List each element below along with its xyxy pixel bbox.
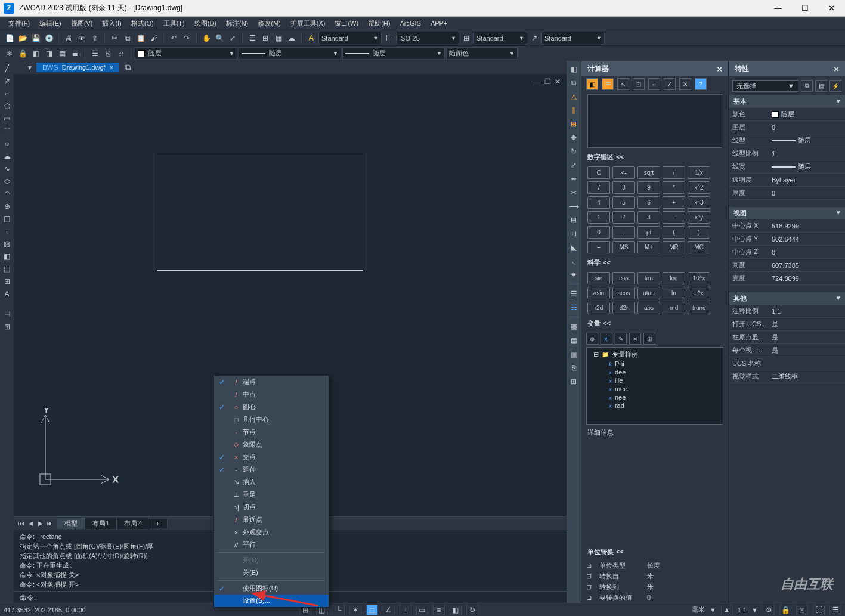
status-otrack-icon[interactable]: ∠ xyxy=(383,605,395,615)
status-clean-icon[interactable]: ⊡ xyxy=(796,605,808,615)
zoom-icon[interactable]: 🔍 xyxy=(213,32,225,44)
point-icon[interactable]: · xyxy=(1,226,13,237)
prop-row[interactable]: 视觉样式二维线框 xyxy=(729,370,845,383)
calc-key-x^y[interactable]: x^y xyxy=(688,211,710,224)
tab-layout1[interactable]: 布局1 xyxy=(85,518,117,529)
pan-icon[interactable]: ✋ xyxy=(200,32,212,44)
tab-dropdown-icon[interactable]: ▼ xyxy=(24,64,35,71)
calc-scikey-r2d[interactable]: r2d xyxy=(587,302,610,314)
var-btn3[interactable]: ✎ xyxy=(615,333,627,345)
props-pick-icon[interactable]: ⧉ xyxy=(801,80,813,92)
prop-row[interactable]: 图层0 xyxy=(729,121,845,134)
status-lock2-icon[interactable]: 🔒 xyxy=(779,605,791,615)
calc-key-C[interactable]: C xyxy=(587,166,610,179)
calc-numpad-head[interactable]: 数字键区 xyxy=(581,150,728,164)
drawing-canvas[interactable]: — ❐ ✕ Y X xyxy=(14,74,567,516)
move-icon[interactable]: ✥ xyxy=(568,131,580,144)
explode-icon[interactable]: ✷ xyxy=(568,268,580,281)
calc-scikey-log[interactable]: log xyxy=(663,272,685,284)
unit-row[interactable]: ⊡转换到米 xyxy=(586,581,723,592)
break-icon[interactable]: ⊟ xyxy=(568,213,580,226)
cloud-icon[interactable]: ☁ xyxy=(286,32,298,44)
ctx-endpoint[interactable]: ✓/端点 xyxy=(214,376,329,388)
doc-close-icon[interactable]: ✕ xyxy=(555,78,561,86)
props-flash-icon[interactable]: ⚡ xyxy=(829,80,841,92)
file-tab[interactable]: DWGDrawing1.dwg*× xyxy=(36,63,119,72)
prop-group-head[interactable]: 其他▾ xyxy=(729,292,845,305)
menu-appplus[interactable]: APP+ xyxy=(426,17,452,30)
toolpal-icon[interactable]: ▦ xyxy=(273,32,284,44)
tablestyle-combo[interactable]: Standard▼ xyxy=(473,32,527,44)
var-node-nee[interactable]: xnee xyxy=(589,393,721,401)
insert-icon[interactable]: ⊕ xyxy=(1,201,13,212)
calc-key-2[interactable]: 2 xyxy=(612,211,635,224)
ctx-perp[interactable]: ⊥垂足 xyxy=(214,488,329,501)
menu-window[interactable]: 窗口(W) xyxy=(330,17,363,30)
props-close-icon[interactable]: × xyxy=(834,64,839,74)
menu-modify[interactable]: 修改(M) xyxy=(253,17,286,30)
var-node-ille[interactable]: xille xyxy=(589,376,721,385)
region-icon[interactable]: ⬚ xyxy=(1,264,13,274)
var-btn1[interactable]: ⊕ xyxy=(586,333,598,345)
prop-row[interactable]: 中心点 X518.9299 xyxy=(729,219,845,233)
ctx-close[interactable]: 关(E) xyxy=(214,567,329,579)
spline-icon[interactable]: ∿ xyxy=(1,163,13,174)
tab-prev-icon[interactable]: ◀ xyxy=(26,520,35,527)
layeron-icon[interactable]: ▤ xyxy=(56,48,68,60)
fillet-icon[interactable]: ◟ xyxy=(568,255,580,267)
prop-row[interactable]: 在原点显...是 xyxy=(729,331,845,344)
textstyle-combo[interactable]: Standard▼ xyxy=(318,32,382,44)
menu-tools[interactable]: 工具(T) xyxy=(159,17,190,30)
calc-key-)[interactable]: ) xyxy=(688,226,710,239)
prop-row[interactable]: 线型比例1 xyxy=(729,147,845,160)
calc-vars-head[interactable]: 变量 xyxy=(581,317,728,330)
calc-key-MS[interactable]: MS xyxy=(612,241,635,253)
menu-insert[interactable]: 插入(I) xyxy=(97,17,126,30)
chamfer-icon[interactable]: ◣ xyxy=(568,241,580,253)
prop-row[interactable]: 每个视口...是 xyxy=(729,344,845,357)
designcenter-icon[interactable]: ⊞ xyxy=(259,32,271,44)
gradient-icon[interactable]: ◧ xyxy=(1,251,13,262)
calc-key-9[interactable]: 9 xyxy=(637,181,660,194)
mirror-icon[interactable]: △ xyxy=(568,90,580,103)
layeriso-icon[interactable]: ◧ xyxy=(30,48,42,60)
prop-row[interactable]: 打开 UCS...是 xyxy=(729,318,845,331)
var-tree-root[interactable]: ⊟📁变量样例 xyxy=(589,349,721,360)
menu-dimension[interactable]: 标注(N) xyxy=(221,17,253,30)
undo-icon[interactable]: ↶ xyxy=(168,32,179,44)
layer-icon[interactable]: ☰ xyxy=(89,48,101,60)
status-polar-icon[interactable]: ✶ xyxy=(349,605,361,615)
pline-icon[interactable]: ⌐ xyxy=(1,88,13,99)
prop-row[interactable]: 线型随层 xyxy=(729,134,845,147)
calc-sci-head[interactable]: 科学 xyxy=(581,256,728,270)
cut-icon[interactable]: ✂ xyxy=(109,32,120,44)
blocks-icon[interactable]: ▥ xyxy=(568,348,580,360)
calc-key-<-[interactable]: <- xyxy=(612,166,635,179)
calc-hist-icon[interactable]: ☰ xyxy=(602,78,614,90)
revcloud-icon[interactable]: ☁ xyxy=(1,151,13,162)
status-osnap-icon[interactable]: ◻ xyxy=(366,605,378,615)
layers-icon[interactable]: ▤ xyxy=(568,334,580,346)
status-lw-icon[interactable]: ≡ xyxy=(433,605,445,615)
unit-row[interactable]: ⊡要转换的值0 xyxy=(586,592,723,603)
calc-key-0[interactable]: 0 xyxy=(587,226,610,239)
calc-key-=[interactable]: = xyxy=(587,241,610,253)
redo-icon[interactable]: ↷ xyxy=(181,32,193,44)
prop-row[interactable]: 透明度ByLayer xyxy=(729,174,845,187)
layermatch-icon[interactable]: ⎘ xyxy=(102,48,114,60)
calc-scikey-asin[interactable]: asin xyxy=(587,287,610,299)
calc-key-([interactable]: ( xyxy=(663,226,685,239)
dimstyle-combo[interactable]: ISO-25▼ xyxy=(396,32,459,44)
save-icon[interactable]: 💾 xyxy=(30,32,42,44)
freeze-icon[interactable]: ❄ xyxy=(4,48,16,60)
calc-key-.[interactable]: . xyxy=(612,226,635,239)
props-quick-icon[interactable]: ▤ xyxy=(815,80,827,92)
doc-minimize-icon[interactable]: — xyxy=(534,78,541,86)
ctx-insert[interactable]: ↘插入 xyxy=(214,476,329,488)
unit-row[interactable]: ⊡转换自米 xyxy=(586,571,723,581)
hatch-icon[interactable]: ▨ xyxy=(1,239,13,249)
var-btn5[interactable]: ⊞ xyxy=(643,333,655,345)
calc-close-icon[interactable]: × xyxy=(717,64,722,74)
calc-key-1/x[interactable]: 1/x xyxy=(688,166,710,179)
polygon-icon[interactable]: ⬠ xyxy=(1,101,13,112)
